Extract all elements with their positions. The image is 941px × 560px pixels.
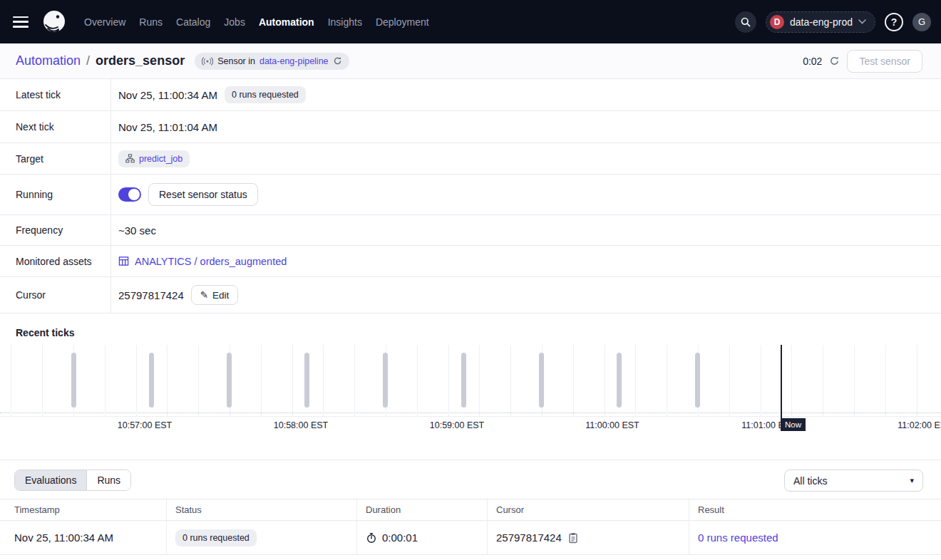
dagster-logo-icon[interactable] xyxy=(41,9,67,35)
menu-icon[interactable] xyxy=(13,16,29,28)
workspace-switcher[interactable]: D data-eng-prod xyxy=(766,11,875,33)
timeline-gridline xyxy=(917,345,917,416)
running-label: Running xyxy=(0,175,111,214)
nav-item-deployment[interactable]: Deployment xyxy=(376,16,429,28)
ticks-filter-value: All ticks xyxy=(793,475,827,487)
nav-item-automation[interactable]: Automation xyxy=(259,16,314,28)
search-icon xyxy=(740,16,751,28)
col-cursor: Cursor xyxy=(487,499,689,520)
timeline-gridline xyxy=(136,345,137,416)
copy-clipboard-icon[interactable] xyxy=(568,532,578,544)
next-tick-value: Nov 25, 11:01:04 AM xyxy=(118,121,217,133)
now-marker-badge: Now xyxy=(781,418,806,431)
job-link[interactable]: predict_job xyxy=(139,154,182,164)
timeline-gridline xyxy=(11,345,11,416)
nav-item-overview[interactable]: Overview xyxy=(84,16,125,28)
tabs-bar: Evaluations Runs All ticks ▾ xyxy=(0,460,941,499)
nav-item-jobs[interactable]: Jobs xyxy=(224,16,245,28)
asset-table-icon xyxy=(118,256,129,266)
breadcrumb-automation-link[interactable]: Automation xyxy=(16,53,81,68)
nav-item-runs[interactable]: Runs xyxy=(139,16,163,28)
tab-evaluations[interactable]: Evaluations xyxy=(15,470,86,490)
tick-bar[interactable] xyxy=(304,353,309,408)
latest-tick-status-badge: 0 runs requested xyxy=(225,86,306,103)
ticks-filter-select[interactable]: All ticks ▾ xyxy=(784,470,923,492)
repo-link[interactable]: data-eng-pipeline xyxy=(259,56,329,66)
page-header: Automation / orders_sensor Sensor in dat… xyxy=(0,43,941,79)
reload-repo-icon[interactable] xyxy=(333,56,342,66)
tick-bar[interactable] xyxy=(71,353,76,408)
pencil-icon: ✎ xyxy=(200,289,208,301)
monitored-asset-link[interactable]: ANALYTICS / orders_augmented xyxy=(118,256,287,267)
row-duration: 0:00:01 xyxy=(382,532,418,544)
row-result-link[interactable]: 0 runs requested xyxy=(698,532,778,544)
reset-sensor-status-button[interactable]: Reset sensor status xyxy=(148,183,258,206)
timeline-gridline xyxy=(791,345,792,416)
timeline-dotted-baseline xyxy=(0,413,941,413)
row-cursor-value: 25797817424 xyxy=(496,532,562,544)
sensor-icon xyxy=(202,57,213,66)
cursor-value: 25797817424 xyxy=(118,289,184,301)
nav-item-catalog[interactable]: Catalog xyxy=(176,16,210,28)
test-sensor-button[interactable]: Test sensor xyxy=(847,50,922,73)
tick-bar[interactable] xyxy=(539,353,544,408)
timeline-gridline xyxy=(635,345,636,416)
edit-cursor-button[interactable]: ✎ Edit xyxy=(191,285,239,305)
search-button[interactable] xyxy=(735,11,756,33)
col-duration: Duration xyxy=(356,499,487,520)
select-caret-icon: ▾ xyxy=(910,476,914,485)
monitored-asset-key: ANALYTICS / orders_augmented xyxy=(135,256,287,267)
axis-time-label: 10:58:00 EST xyxy=(274,420,328,430)
next-tick-label: Next tick xyxy=(0,111,111,142)
axis-time-label: 10:59:00 EST xyxy=(430,420,484,430)
timeline-gridline xyxy=(292,345,293,416)
top-nav: Overview Runs Catalog Jobs Automation In… xyxy=(0,0,941,43)
row-timestamp: Nov 25, 11:00:34 AM xyxy=(14,532,113,544)
sensor-page: Overview Runs Catalog Jobs Automation In… xyxy=(0,0,941,560)
frequency-value: ~30 sec xyxy=(118,224,156,237)
timeline-gridline xyxy=(605,345,605,416)
timeline-baseline xyxy=(0,416,941,417)
table-row: Nov 25, 11:00:34 AM 0 runs requested 0:0… xyxy=(0,521,941,555)
toggle-knob xyxy=(128,189,140,200)
recent-ticks-heading: Recent ticks xyxy=(0,313,941,338)
tick-bar[interactable] xyxy=(149,353,154,408)
tick-bar[interactable] xyxy=(227,353,232,408)
row-next-tick: Next tick Nov 25, 11:01:04 AM xyxy=(0,111,941,143)
col-timestamp: Timestamp xyxy=(0,499,166,520)
sensor-badge-prefix: Sensor in xyxy=(217,56,255,66)
tick-bar[interactable] xyxy=(617,353,622,408)
timeline-gridline xyxy=(854,345,855,416)
timeline-gridline xyxy=(573,345,574,416)
job-icon xyxy=(125,154,135,163)
tab-runs[interactable]: Runs xyxy=(86,470,130,490)
timeline-gridline xyxy=(823,345,823,416)
col-result: Result xyxy=(689,499,941,520)
col-status: Status xyxy=(166,499,356,520)
timeline-gridline xyxy=(761,345,761,416)
header-actions: 0:02 Test sensor xyxy=(803,50,922,73)
help-button[interactable]: ? xyxy=(885,13,903,31)
timeline-gridline xyxy=(261,345,262,416)
axis-time-label: 11:02:00 EST xyxy=(898,420,941,430)
latest-tick-value: Nov 25, 11:00:34 AM xyxy=(118,89,217,101)
frequency-label: Frequency xyxy=(0,215,111,245)
row-target: Target predict_job xyxy=(0,143,941,175)
tick-bar[interactable] xyxy=(461,353,466,408)
page-title: orders_sensor xyxy=(96,53,185,68)
refresh-icon[interactable] xyxy=(829,56,840,66)
target-job-badge[interactable]: predict_job xyxy=(118,150,190,167)
tick-bar[interactable] xyxy=(695,353,700,408)
nav-item-insights[interactable]: Insights xyxy=(328,16,362,28)
timeline-gridline xyxy=(105,345,106,416)
nav-right: D data-eng-prod ? G xyxy=(735,11,931,33)
tick-bar[interactable] xyxy=(383,353,388,408)
row-running: Running Reset sensor status xyxy=(0,175,941,215)
user-avatar[interactable]: G xyxy=(912,13,931,31)
row-latest-tick: Latest tick Nov 25, 11:00:34 AM 0 runs r… xyxy=(0,79,941,111)
ticks-timeline[interactable]: 10:57:00 EST10:58:00 EST10:59:00 EST11:0… xyxy=(0,345,941,440)
view-segmented-control: Evaluations Runs xyxy=(14,470,131,491)
timeline-gridline xyxy=(729,345,730,416)
running-toggle[interactable] xyxy=(118,187,141,202)
help-icon: ? xyxy=(891,16,898,28)
